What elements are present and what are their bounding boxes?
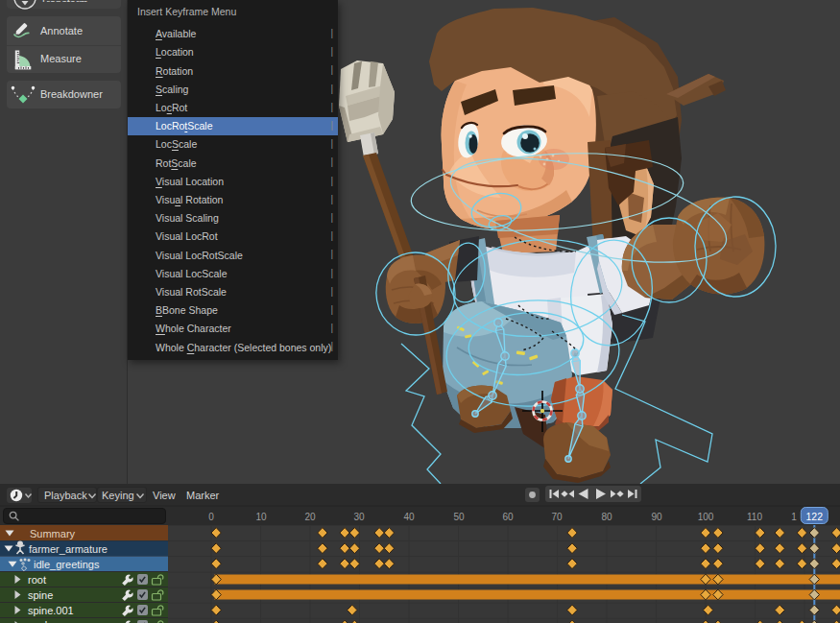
svg-text:40: 40: [403, 512, 415, 522]
svg-text:30: 30: [353, 512, 365, 522]
svg-text:Summary: Summary: [30, 528, 76, 539]
svg-text:122: 122: [806, 511, 824, 522]
svg-text:0: 0: [208, 512, 214, 522]
svg-text:100: 100: [698, 512, 714, 522]
svg-text:90: 90: [651, 512, 662, 522]
svg-text:110: 110: [747, 512, 762, 522]
svg-text:50: 50: [453, 512, 465, 522]
svg-text:20: 20: [304, 512, 316, 522]
svg-text:80: 80: [601, 512, 612, 522]
svg-text:idle_greetings: idle_greetings: [34, 559, 100, 570]
svg-text:neck: neck: [28, 619, 51, 623]
svg-text:60: 60: [502, 512, 514, 522]
svg-text:spine.001: spine.001: [28, 605, 74, 616]
svg-text:root: root: [28, 574, 46, 586]
svg-text:1: 1: [791, 512, 797, 522]
svg-text:10: 10: [255, 512, 267, 522]
svg-text:70: 70: [551, 512, 563, 522]
svg-text:spine: spine: [28, 589, 53, 601]
svg-text:farmer_armature: farmer_armature: [29, 543, 108, 555]
